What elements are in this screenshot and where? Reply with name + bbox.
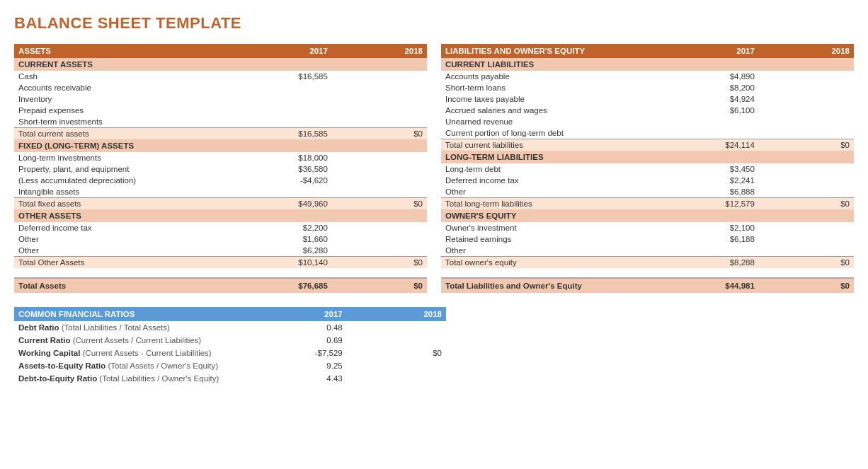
spacer-row xyxy=(14,268,427,278)
row-val-2017: $4,890 xyxy=(668,71,759,82)
row-val-2017: $36,580 xyxy=(241,163,332,175)
total-val-2017: $24,114 xyxy=(668,139,759,151)
row-val-2018 xyxy=(332,222,427,233)
row-val-2018 xyxy=(759,105,854,116)
grand-total-val-2018: $0 xyxy=(759,278,854,293)
row-val-2017: $4,924 xyxy=(668,93,759,105)
grand-total-label: Total Assets xyxy=(14,278,241,293)
table-row: Long-term investments $18,000 xyxy=(14,152,427,163)
row-val-2018 xyxy=(759,175,854,186)
row-val-2018 xyxy=(332,116,427,128)
total-label: Total current liabilities xyxy=(441,139,668,151)
table-row: Property, plant, and equipment $36,580 xyxy=(14,163,427,175)
table-row: Long-term debt $3,450 xyxy=(441,163,854,175)
other-assets-header: OTHER ASSETS xyxy=(14,209,427,222)
assets-header-row: ASSETS 2017 2018 xyxy=(14,44,427,58)
owners-equity-label: OWNER'S EQUITY xyxy=(441,209,854,222)
row-val-2018 xyxy=(759,222,854,233)
row-val-2017: $3,450 xyxy=(668,163,759,175)
row-val-2017: $6,188 xyxy=(668,233,759,245)
total-val-2017: $16,585 xyxy=(241,128,332,140)
table-row: Short-term investments xyxy=(14,116,427,128)
table-row: Prepaid expenses xyxy=(14,105,427,116)
row-val-2017: $2,200 xyxy=(241,222,332,233)
ratio-row: Working Capital (Current Assets - Curren… xyxy=(14,347,446,359)
row-val-2017 xyxy=(668,116,759,127)
row-label: Current portion of long-term debt xyxy=(441,127,668,139)
ratio-row: Debt-to-Equity Ratio (Total Liabilities … xyxy=(14,372,446,385)
table-row: Inventory xyxy=(14,93,427,105)
ratio-val-2018 xyxy=(347,372,446,385)
table-row: Other $6,888 xyxy=(441,186,854,198)
ratio-val-2017: 9.25 xyxy=(252,359,347,372)
ratios-header-2018: 2018 xyxy=(347,307,446,321)
ratio-val-2017: 4.43 xyxy=(252,372,347,385)
total-val-2018: $0 xyxy=(332,257,427,269)
row-label: Other xyxy=(14,245,241,257)
row-label: Inventory xyxy=(14,93,241,105)
page-title: BALANCE SHEET TEMPLATE xyxy=(14,14,854,33)
ratio-desc: (Current Assets - Current Liabilities) xyxy=(80,349,211,357)
row-val-2018 xyxy=(332,245,427,257)
row-val-2017 xyxy=(241,116,332,128)
row-label: Cash xyxy=(14,71,241,82)
current-liabilities-header: CURRENT LIABILITIES xyxy=(441,58,854,71)
row-val-2018 xyxy=(332,175,427,186)
table-row: Unearned revenue xyxy=(441,116,854,127)
ratio-label-cell: Working Capital (Current Assets - Curren… xyxy=(14,347,252,359)
row-val-2018 xyxy=(332,105,427,116)
table-row: Cash $16,585 xyxy=(14,71,427,82)
row-label: Long-term debt xyxy=(441,163,668,175)
assets-grand-total: Total Assets $76,685 $0 xyxy=(14,278,427,293)
row-label: Short-term investments xyxy=(14,116,241,128)
fixed-assets-header: FIXED (LONG-TERM) ASSETS xyxy=(14,139,427,152)
total-val-2017: $49,960 xyxy=(241,198,332,210)
liabilities-header-2018: 2018 xyxy=(759,44,854,58)
row-val-2018 xyxy=(759,245,854,257)
row-val-2017 xyxy=(241,93,332,105)
row-label: Accrued salaries and wages xyxy=(441,105,668,116)
table-row: Retained earnings $6,188 xyxy=(441,233,854,245)
row-val-2017 xyxy=(668,245,759,257)
ratio-label-cell: Debt Ratio (Total Liabilities / Total As… xyxy=(14,321,252,334)
row-label: Intangible assets xyxy=(14,186,241,198)
row-label: Other xyxy=(441,186,668,198)
row-val-2017: $8,200 xyxy=(668,82,759,93)
assets-table: ASSETS 2017 2018 CURRENT ASSETS Cash $16… xyxy=(14,44,427,293)
ratio-row: Current Ratio (Current Assets / Current … xyxy=(14,334,446,347)
row-val-2017: $2,241 xyxy=(668,175,759,186)
ratio-label: Working Capital xyxy=(18,349,80,357)
ratio-label-cell: Assets-to-Equity Ratio (Total Assets / O… xyxy=(14,359,252,372)
ratio-val-2018: $0 xyxy=(347,347,446,359)
ratio-desc: (Total Assets / Owner's Equity) xyxy=(105,361,218,370)
ratio-label: Assets-to-Equity Ratio xyxy=(18,361,105,370)
row-val-2018 xyxy=(332,152,427,163)
row-val-2017: -$4,620 xyxy=(241,175,332,186)
row-label: Prepaid expenses xyxy=(14,105,241,116)
row-val-2017 xyxy=(241,82,332,93)
table-row: Deferred income tax $2,241 xyxy=(441,175,854,186)
current-liabilities-label: CURRENT LIABILITIES xyxy=(441,58,854,71)
row-val-2017: $2,100 xyxy=(668,222,759,233)
row-label: Other xyxy=(14,233,241,245)
row-label: Unearned revenue xyxy=(441,116,668,127)
grand-total-val-2018: $0 xyxy=(332,278,427,293)
row-val-2018 xyxy=(332,163,427,175)
grand-total-label: Total Liabilities and Owner's Equity xyxy=(441,278,668,293)
row-val-2017 xyxy=(668,127,759,139)
ratio-val-2018 xyxy=(347,359,446,372)
row-val-2018 xyxy=(332,186,427,198)
row-label: Income taxes payable xyxy=(441,93,668,105)
current-assets-header: CURRENT ASSETS xyxy=(14,58,427,71)
ratio-label-cell: Current Ratio (Current Assets / Current … xyxy=(14,334,252,347)
table-row: Intangible assets xyxy=(14,186,427,198)
ratios-header-label: COMMON FINANCIAL RATIOS xyxy=(14,307,252,321)
current-liabilities-total: Total current liabilities $24,114 $0 xyxy=(441,139,854,151)
total-label: Total Other Assets xyxy=(14,257,241,269)
assets-header-2017: 2017 xyxy=(241,44,332,58)
row-val-2017: $1,660 xyxy=(241,233,332,245)
table-row: Owner's investment $2,100 xyxy=(441,222,854,233)
longterm-liabilities-total: Total long-term liabilities $12,579 $0 xyxy=(441,198,854,210)
row-label: Retained earnings xyxy=(441,233,668,245)
current-assets-label: CURRENT ASSETS xyxy=(14,58,427,71)
